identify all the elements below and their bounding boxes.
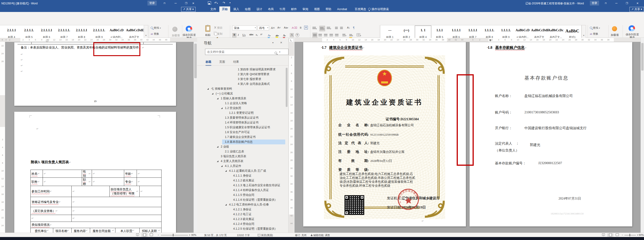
line-spacing-icon[interactable]: ▾: [342, 33, 346, 37]
expanded-triangle-icon[interactable]: [225, 170, 227, 172]
nav-item[interactable]: 1.3 质量管理体系认证证书: [197, 116, 285, 120]
nav-item[interactable]: 2.1 业绩汇总表: [197, 149, 285, 154]
font-name-combo[interactable]: 宋体▾: [232, 25, 257, 30]
nav-item[interactable]: 七 资格审查资料: [197, 86, 285, 91]
highlight-color-icon[interactable]: ab̷▾: [276, 33, 279, 37]
table-empty-cell[interactable]: ↵: [72, 215, 162, 222]
nav-item[interactable]: 4.1.2.2 电工证: [197, 212, 285, 217]
tab-视图[interactable]: 视图: [312, 6, 322, 12]
table-label-cell[interactable]: 委托单位↵: [31, 228, 53, 233]
scrollbar-thumb[interactable]: [194, 44, 197, 78]
vertical-ruler[interactable]: 222426246810121416182022242628: [0, 42, 5, 233]
baidu-netdisk-icon[interactable]: [628, 25, 635, 32]
expanded-triangle-icon[interactable]: [217, 146, 218, 148]
tab-审阅[interactable]: 审阅: [300, 6, 311, 12]
nav-item[interactable]: 4.1.1.1 身份证: [197, 173, 285, 178]
track-changes-status[interactable]: 修订: 关闭: [295, 234, 306, 237]
nav-tab-结果[interactable]: 结果: [233, 60, 239, 65]
zoom-slider[interactable]: [161, 235, 188, 236]
table-empty-cell[interactable]: ↵: [43, 170, 82, 178]
share-button[interactable]: ↗ 共享 ▾: [181, 7, 196, 12]
taskbar[interactable]: [0, 237, 644, 240]
tab-开始[interactable]: 开始: [219, 6, 230, 12]
quick-save-icon[interactable]: [208, 1, 211, 5]
tab-邮件[interactable]: 邮件: [288, 6, 299, 12]
nav-item[interactable]: 1.4 环境管理体系认证证书: [197, 120, 285, 125]
grow-font-icon[interactable]: A˄: [271, 26, 275, 30]
nav-pane-close-icon[interactable]: ×: [280, 40, 282, 44]
show-paragraph-marks-icon[interactable]: ¶: [353, 26, 354, 29]
table-empty-cell[interactable]: ↵: [72, 207, 162, 215]
nav-item[interactable]: 2 业绩: [197, 144, 285, 149]
table-label-cell[interactable]: 资格证书编号及专业↵: [31, 197, 72, 207]
table-empty-cell[interactable]: ↵: [137, 170, 162, 178]
table-label-cell[interactable]: 年龄↵: [124, 170, 137, 178]
expanded-triangle-icon[interactable]: [212, 93, 213, 95]
numbering-icon[interactable]: ▾: [319, 26, 325, 31]
tell-me-search[interactable]: 操作说明搜索: [368, 6, 389, 12]
font-color-icon[interactable]: A▾: [283, 33, 286, 37]
nav-item[interactable]: 4.1.1.4 特种设备作业人员证: [197, 188, 285, 193]
cut-button[interactable]: 剪切: [214, 26, 222, 30]
phonetic-guide-icon[interactable]: 文: [300, 26, 302, 29]
right-vertical-scrollbar[interactable]: [640, 38, 644, 233]
nav-item[interactable]: 1.5 职业健康安全管理体系认证证书: [197, 125, 285, 130]
replace-button[interactable]: ab 替换: [590, 32, 598, 36]
zoom-out-button[interactable]: −: [622, 234, 623, 236]
italic-button[interactable]: I: [238, 33, 239, 37]
accessibility-status[interactable]: 辅助功能: 调查: [310, 234, 330, 237]
nav-item[interactable]: 4.1.1.5 劳动合同: [197, 193, 285, 198]
restore-button[interactable]: ❐: [624, 1, 630, 5]
nav-item[interactable]: (一) 公司概况: [197, 91, 285, 96]
zoom-level[interactable]: 90%: [639, 234, 644, 236]
nav-item[interactable]: 1.8 基本存款账户信息: [197, 139, 285, 144]
enclose-characters-icon[interactable]: 字: [296, 33, 299, 37]
table-label-cell[interactable]: 担任项目负责人（项目经理）年限↵: [110, 186, 140, 197]
left-vertical-scrollbar[interactable]: [194, 42, 197, 233]
ribbon-display-options-icon[interactable]: ⊓: [162, 1, 168, 5]
table-empty-cell[interactable]: ↵: [31, 215, 72, 222]
nav-item[interactable]: 1 第四章 招标说明及资料要求: [197, 67, 285, 72]
superscript-button[interactable]: x²: [260, 33, 262, 36]
table-label-cell[interactable]: 类似项目情况↵: [31, 222, 162, 228]
redo-icon[interactable]: ↷: [222, 1, 225, 4]
borders-icon[interactable]: ▾: [357, 33, 361, 37]
addins-icon[interactable]: [172, 27, 178, 33]
web-layout-button[interactable]: [148, 233, 154, 237]
scrollbar-thumb[interactable]: [641, 43, 644, 71]
table-empty-cell[interactable]: ↵: [72, 197, 162, 207]
restore-button[interactable]: ❐: [183, 1, 189, 5]
multilevel-list-icon[interactable]: ▾: [327, 26, 331, 30]
tab-stop-selector[interactable]: [289, 38, 294, 42]
nav-search-dropdown-icon[interactable]: ▾: [279, 51, 280, 53]
nav-item[interactable]: 2 第六章 QHSE管理要求: [197, 72, 285, 77]
table-label-cell[interactable]: 职务↵: [31, 178, 43, 186]
print-layout-button[interactable]: [607, 233, 613, 237]
nav-item[interactable]: 4.1.2.3 硫化氢证: [197, 217, 285, 222]
sign-in-button[interactable]: 登录: [590, 1, 599, 5]
baidu-netdisk-icon[interactable]: [186, 26, 192, 33]
table-label-cell[interactable]: 职称↵: [82, 178, 92, 186]
increase-indent-icon[interactable]: [340, 26, 343, 30]
tab-文件[interactable]: 文件: [208, 6, 219, 12]
tab-插入[interactable]: 插入: [231, 6, 242, 12]
tab-Acrobat[interactable]: Acrobat: [334, 6, 350, 12]
align-center-icon[interactable]: [318, 33, 322, 37]
table-label-cell[interactable]: 招标人及联系电话↵: [140, 228, 162, 233]
table-label-cell[interactable]: 服务内容↵: [72, 228, 90, 233]
tab-帮助[interactable]: 帮助: [323, 6, 334, 12]
horizontal-ruler[interactable]: 2468101214161820222426283032343638404244…: [294, 38, 640, 42]
nav-item[interactable]: 3 项目负责人简历表: [197, 154, 285, 159]
table-empty-cell[interactable]: ↵: [43, 178, 82, 186]
nav-item[interactable]: 1.1 企业法人资格: [197, 101, 285, 106]
close-button[interactable]: ×: [190, 1, 196, 5]
expanded-triangle-icon[interactable]: [221, 165, 222, 167]
close-button[interactable]: ×: [634, 1, 640, 5]
table-empty-cell[interactable]: ↵: [137, 178, 162, 186]
expanded-triangle-icon[interactable]: [225, 204, 227, 206]
nav-item[interactable]: 1.7 建筑业企业资质证书: [197, 135, 285, 139]
find-button[interactable]: 查找 ▾: [590, 26, 600, 30]
tab-引用[interactable]: 引用: [277, 6, 288, 12]
clear-formatting-icon[interactable]: A⌫: [292, 26, 297, 29]
nav-scrollbar-thumb[interactable]: [286, 68, 288, 107]
